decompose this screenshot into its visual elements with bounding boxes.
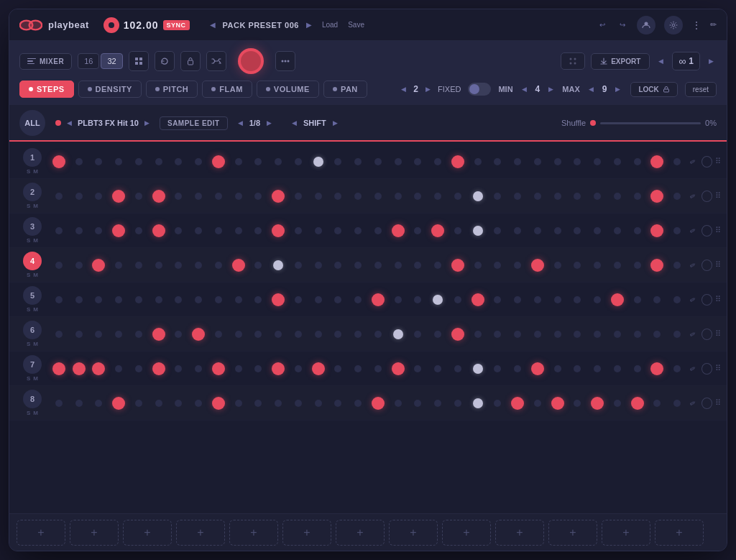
beat-dot[interactable]	[650, 155, 663, 168]
beat-dot[interactable]	[235, 296, 242, 303]
loop-prev-btn[interactable]: ◀	[656, 56, 666, 66]
beat-dot[interactable]	[514, 262, 521, 269]
beat-dot[interactable]	[235, 193, 242, 200]
beat-dot[interactable]	[673, 331, 681, 338]
add-track-btn-6[interactable]: +	[282, 520, 331, 546]
beat-dot[interactable]	[574, 158, 581, 165]
beat-dot[interactable]	[112, 224, 125, 237]
beat-dot[interactable]	[295, 262, 302, 269]
beat-dot[interactable]	[414, 296, 421, 303]
beat-dot[interactable]	[653, 296, 661, 303]
row-more-icon[interactable]: ⠿	[715, 157, 721, 166]
beat-dot[interactable]	[395, 296, 402, 303]
beat-dot[interactable]	[312, 362, 325, 375]
beat-dot[interactable]	[295, 365, 302, 372]
beat-dot[interactable]	[650, 190, 663, 203]
beat-dot[interactable]	[451, 328, 464, 341]
row-more-icon[interactable]: ⠿	[715, 398, 721, 408]
add-track-btn-11[interactable]: +	[548, 520, 597, 546]
beat-dot[interactable]	[614, 227, 621, 234]
beat-dot[interactable]	[574, 227, 581, 234]
beat-dot[interactable]	[254, 365, 262, 372]
randomize-btn[interactable]	[238, 48, 264, 74]
beat-dot[interactable]	[135, 400, 142, 407]
sync-badge[interactable]: SYNC	[163, 20, 190, 30]
beat-dot[interactable]	[152, 362, 165, 375]
track-num-3[interactable]: 3	[23, 217, 42, 236]
track-next-btn[interactable]: ▶	[142, 118, 152, 128]
beat-dot[interactable]	[554, 296, 561, 303]
beat-dot[interactable]	[175, 193, 182, 200]
beat-dot[interactable]	[55, 400, 63, 407]
beat-dot[interactable]	[611, 293, 624, 306]
beat-dot[interactable]	[75, 158, 83, 165]
beat-dot[interactable]	[95, 296, 102, 303]
beat-dot[interactable]	[414, 158, 421, 165]
beat-dot[interactable]	[115, 331, 122, 338]
settings-circle-icon[interactable]	[702, 363, 712, 375]
pencil-icon[interactable]: ✏	[684, 187, 702, 204]
beat-dot[interactable]	[275, 400, 282, 407]
beat-dot[interactable]	[152, 224, 165, 237]
beat-dot[interactable]	[52, 362, 65, 375]
pencil-icon[interactable]: ✏	[684, 256, 702, 273]
row-more-icon[interactable]: ⠿	[715, 191, 721, 201]
beat-dot[interactable]	[115, 365, 122, 372]
shift-prev-btn[interactable]: ◀	[289, 118, 300, 128]
beat-dot[interactable]	[175, 227, 182, 234]
beat-dot[interactable]	[634, 227, 641, 234]
beat-dot[interactable]	[594, 227, 601, 234]
beat-dot[interactable]	[254, 296, 262, 303]
beat-dot[interactable]	[195, 227, 202, 234]
shuffle-icon-btn[interactable]	[206, 51, 226, 71]
beat-dot[interactable]	[454, 227, 461, 234]
mode-pitch-btn[interactable]: PITCH	[146, 81, 198, 98]
beat-dot[interactable]	[434, 365, 441, 372]
beat-dot[interactable]	[494, 193, 501, 200]
beat-dot[interactable]	[75, 262, 83, 269]
beat-dot[interactable]	[434, 158, 441, 165]
beat-dot[interactable]	[434, 193, 441, 200]
beat-dot[interactable]	[534, 331, 541, 338]
beat-dot[interactable]	[454, 365, 461, 372]
beat-dot[interactable]	[334, 158, 341, 165]
beat-dot[interactable]	[374, 262, 382, 269]
beat-dot[interactable]	[272, 293, 285, 306]
max-next-btn[interactable]: ▶	[612, 84, 623, 94]
beat-dot[interactable]	[334, 227, 341, 234]
beat-dot[interactable]	[295, 158, 302, 165]
beat-dot[interactable]	[215, 331, 222, 338]
beat-dot[interactable]	[275, 331, 282, 338]
beat-dot[interactable]	[591, 397, 604, 410]
beat-dot[interactable]	[494, 400, 501, 407]
beat-dot[interactable]	[275, 158, 282, 165]
beat-dot[interactable]	[135, 296, 142, 303]
beat-dot[interactable]	[614, 331, 621, 338]
beat-dot[interactable]	[395, 400, 402, 407]
preset-next-btn[interactable]: ▶	[303, 19, 315, 30]
beat-dot[interactable]	[155, 262, 162, 269]
fixed-prev-btn[interactable]: ◀	[398, 84, 409, 94]
beat-dot[interactable]	[594, 262, 601, 269]
beat-dot[interactable]	[594, 193, 601, 200]
beat-dot[interactable]	[315, 296, 322, 303]
beat-dot[interactable]	[315, 227, 322, 234]
beat-dot[interactable]	[75, 400, 83, 407]
beat-dot[interactable]	[354, 158, 362, 165]
undo-btn[interactable]: ↩	[597, 19, 608, 30]
beat-dot[interactable]	[354, 331, 362, 338]
beat-dot[interactable]	[514, 193, 521, 200]
beat-dot[interactable]	[673, 158, 681, 165]
beat-dot[interactable]	[334, 193, 341, 200]
beat-dot[interactable]	[414, 331, 421, 338]
beat-dot[interactable]	[152, 328, 165, 341]
beat-dot[interactable]	[235, 365, 242, 372]
beat-dot[interactable]	[354, 227, 362, 234]
beat-dot[interactable]	[673, 365, 681, 372]
beat-dot[interactable]	[254, 331, 262, 338]
beat-dot[interactable]	[634, 331, 641, 338]
beat-dot[interactable]	[175, 331, 182, 338]
beat-dot[interactable]	[295, 296, 302, 303]
beat-dot[interactable]	[295, 193, 302, 200]
beat-dot[interactable]	[650, 224, 663, 237]
